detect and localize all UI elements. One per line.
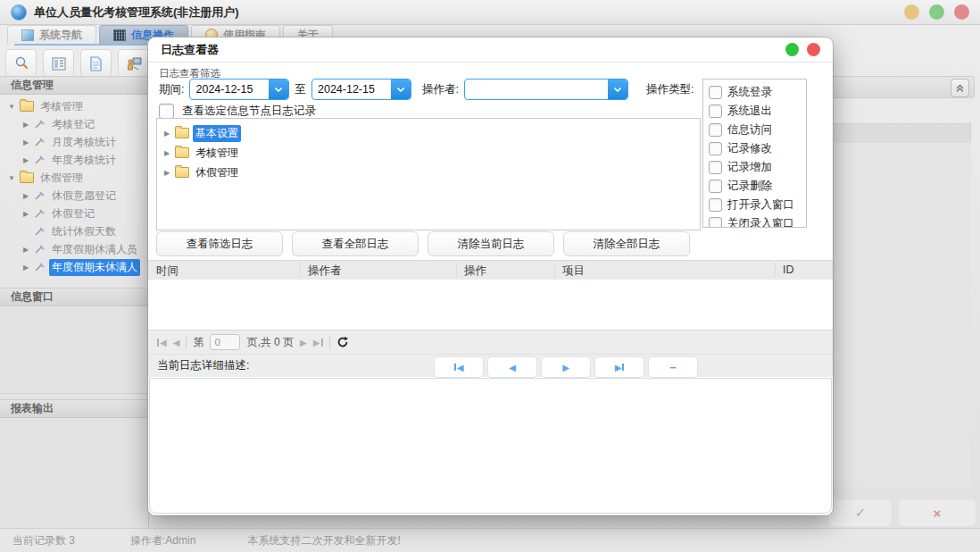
maximize-button[interactable]	[929, 4, 944, 20]
next-record-button[interactable]: ▶	[541, 356, 591, 378]
dropdown-button[interactable]	[269, 79, 288, 99]
next-page-button[interactable]: ▶	[300, 338, 307, 347]
confirm-button[interactable]: ✓	[828, 498, 893, 527]
operator-input[interactable]	[465, 83, 608, 96]
log-table-header: 时间 操作者 操作 项目 ID	[148, 260, 833, 280]
tree-item-leave-not-full[interactable]: ▶ 年度假期未休满人	[0, 258, 148, 276]
col-operator[interactable]: 操作者	[308, 263, 342, 279]
dialog-tree-item-leave-mgmt[interactable]: ▶ 休假管理	[162, 163, 700, 182]
tree-item-leave-full[interactable]: ▶ 年度假期休满人员	[0, 240, 148, 258]
expand-arrow-icon[interactable]: ▼	[7, 103, 16, 111]
dropdown-button[interactable]	[391, 79, 411, 99]
optype-record-delete[interactable]: 记录删除	[709, 177, 806, 196]
optype-record-modify[interactable]: 记录修改	[709, 139, 806, 158]
optype-record-add[interactable]: 记录增加	[709, 158, 806, 177]
node-filter-row[interactable]: 查看选定信息节点日志记录	[159, 104, 316, 119]
view-all-logs-button[interactable]: 查看全部日志	[292, 231, 419, 256]
collapse-panel-button[interactable]	[951, 79, 969, 97]
expand-arrow-icon[interactable]: ▶	[21, 138, 30, 146]
dialog-maximize-button[interactable]	[785, 43, 799, 56]
user-report-button[interactable]	[118, 49, 149, 78]
document-button[interactable]	[80, 49, 112, 78]
dialog-close-button[interactable]	[807, 43, 820, 56]
cancel-button[interactable]: ×	[898, 498, 976, 527]
checkbox[interactable]	[709, 198, 722, 212]
expand-arrow-icon[interactable]: ▶	[21, 210, 30, 218]
minimize-button[interactable]	[904, 4, 919, 20]
tree-item-annual-stats[interactable]: ▶ 年度考核统计	[0, 151, 148, 169]
col-operation[interactable]: 操作	[464, 263, 486, 279]
clear-current-logs-button[interactable]: 清除当前日志	[428, 231, 554, 256]
dialog-node-tree: ▶ 基本设置 ▶ 考核管理 ▶ 休假管理	[156, 118, 701, 230]
date-to-picker[interactable]: 2024-12-15	[311, 79, 411, 100]
checkbox[interactable]	[709, 161, 722, 174]
sidebar-section-info-window[interactable]: 信息窗口	[0, 288, 148, 306]
expand-arrow-icon[interactable]: ▶	[21, 263, 30, 272]
optype-open-entry-window[interactable]: 打开录入窗口	[709, 196, 806, 214]
checkbox[interactable]	[709, 123, 722, 137]
tree-item-assessment-mgmt[interactable]: ▼ 考核管理	[0, 97, 148, 115]
sidebar-section-report-output[interactable]: 报表输出	[0, 399, 148, 418]
operator-select[interactable]	[464, 79, 628, 100]
expand-arrow-icon[interactable]: ▶	[21, 246, 30, 254]
prev-page-icon: ◀	[173, 338, 180, 347]
table-view-button[interactable]	[43, 49, 74, 78]
search-button[interactable]	[5, 49, 37, 78]
node-filter-checkbox[interactable]	[159, 104, 174, 119]
dropdown-button[interactable]	[608, 79, 627, 99]
col-project[interactable]: 项目	[562, 263, 585, 279]
checkbox[interactable]	[709, 105, 722, 118]
page-number-input[interactable]	[210, 334, 240, 350]
tree-item-leave-wish[interactable]: ▶ 休假意愿登记	[0, 187, 148, 205]
checkbox[interactable]	[709, 180, 722, 193]
sidebar-tree: ▼ 考核管理 ▶ 考核登记 ▶ 月度考核统计 ▶ 年度考核统计 ▼ 休假管理 ▶…	[0, 97, 148, 276]
sidebar-section-info-management[interactable]: 信息管理	[0, 76, 148, 95]
tree-item-leave-register[interactable]: ▶ 休假登记	[0, 205, 148, 222]
view-filtered-logs-button[interactable]: 查看筛选日志	[156, 231, 283, 256]
first-page-button[interactable]: ◀	[157, 338, 167, 347]
expand-arrow-icon[interactable]: ▶	[21, 121, 30, 129]
checkbox[interactable]	[709, 142, 722, 155]
next-record-icon: ▶	[562, 363, 569, 372]
log-table-body	[148, 280, 833, 330]
log-detail-textarea[interactable]	[149, 378, 832, 514]
tool-icon	[34, 190, 46, 201]
optype-system-login[interactable]: 系统登录	[709, 83, 806, 102]
last-record-button[interactable]: ▶	[594, 356, 644, 378]
tree-item-monthly-stats[interactable]: ▶ 月度考核统计	[0, 133, 148, 151]
clear-all-logs-button[interactable]: 清除全部日志	[563, 231, 690, 256]
dialog-tree-item-assessment-mgmt[interactable]: ▶ 考核管理	[162, 143, 700, 163]
prev-record-button[interactable]: ◀	[487, 356, 537, 378]
expand-arrow-icon[interactable]: ▶	[21, 156, 30, 164]
optype-system-logout[interactable]: 系统退出	[709, 102, 806, 121]
delete-record-button[interactable]: −	[648, 356, 698, 378]
tab-system-nav[interactable]: 系统导航	[7, 25, 96, 44]
first-record-button[interactable]: ◀	[434, 356, 484, 378]
date-from-picker[interactable]: 2024-12-15	[189, 79, 289, 100]
prev-page-button[interactable]: ◀	[173, 338, 180, 347]
expand-arrow-icon[interactable]: ▶	[21, 192, 30, 200]
detail-label: 当前日志详细描述:	[157, 358, 249, 373]
expand-arrow-icon[interactable]: ▼	[7, 174, 16, 182]
folder-icon	[175, 147, 189, 158]
checkbox[interactable]	[709, 86, 722, 99]
col-id[interactable]: ID	[783, 263, 794, 276]
expand-arrow-icon[interactable]: ▶	[162, 130, 171, 138]
refresh-button[interactable]	[336, 336, 349, 348]
close-button[interactable]	[954, 4, 969, 20]
expand-arrow-icon[interactable]: ▶	[162, 169, 171, 177]
col-time[interactable]: 时间	[156, 263, 179, 279]
divider	[186, 336, 187, 349]
expand-arrow-icon[interactable]: ▶	[162, 149, 171, 157]
tree-item-leave-mgmt[interactable]: ▼ 休假管理	[0, 169, 148, 187]
prev-record-icon: ◀	[509, 363, 516, 372]
tree-item-leave-days-stats[interactable]: 统计休假天数	[0, 222, 148, 240]
dialog-tree-item-basic-settings[interactable]: ▶ 基本设置	[162, 123, 700, 143]
last-page-button[interactable]: ▶	[313, 338, 323, 347]
tree-item-assessment-register[interactable]: ▶ 考核登记	[0, 115, 148, 133]
optype-close-entry-window[interactable]: 关闭录入窗口	[709, 214, 806, 228]
minus-icon: −	[669, 361, 677, 374]
last-page-icon: ▶	[313, 338, 320, 347]
optype-info-access[interactable]: 信息访问	[709, 121, 806, 139]
checkbox[interactable]	[709, 217, 722, 228]
